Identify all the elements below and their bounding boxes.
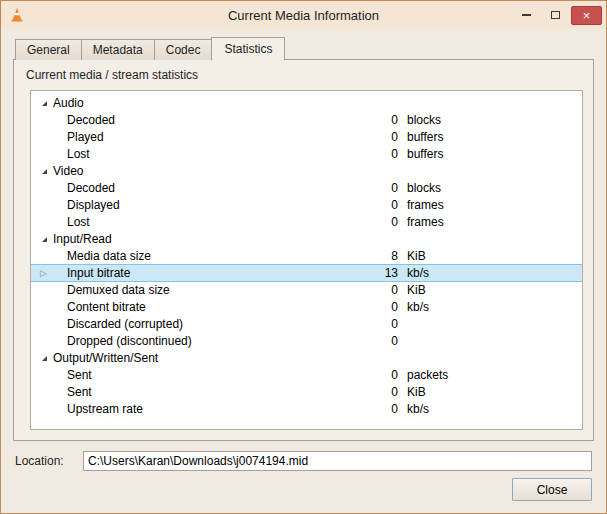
tree-row-value: 0 [326,112,398,128]
tree-item-row[interactable]: Sent0KiB [31,384,582,401]
tree-row-label: Upstream rate [67,401,143,417]
tree-row-unit: KiB [407,282,426,298]
tree-row-label: Lost [67,146,90,162]
tree-row-label: Sent [67,367,92,383]
tree-row-label: Played [67,129,104,145]
tree-row-unit: buffers [407,129,443,145]
tree-row-label: Input/Read [53,231,112,247]
tree-group-row[interactable]: Video [31,163,582,180]
tree-row-value: 0 [326,146,398,162]
tree-item-row[interactable]: Sent0packets [31,367,582,384]
tree-row-value: 0 [326,282,398,298]
expanded-triangle-icon[interactable] [42,101,47,106]
location-label: Location: [15,454,83,468]
tree-row-unit: KiB [407,248,426,264]
tree-row-unit: blocks [407,112,441,128]
tree-row-value: 0 [326,180,398,196]
tree-row-value: 0 [326,316,398,332]
tree-row-value: 0 [326,333,398,349]
maximize-glyph [551,11,560,19]
statistics-subtitle: Current media / stream statistics [16,68,591,82]
tree-row-value: 0 [326,367,398,383]
tree-row-value: 0 [326,299,398,315]
tree-row-value: 8 [326,248,398,264]
tree-item-row[interactable]: Lost0frames [31,214,582,231]
minimize-icon[interactable] [513,6,540,25]
tree-row-unit: kb/s [407,265,429,281]
dialog-content: GeneralMetadataCodecStatistics Current m… [1,29,606,513]
tree-row-label: Demuxed data size [67,282,170,298]
tree-row-label: Sent [67,384,92,400]
stats-tree: AudioDecoded0blocksPlayed0buffersLost0bu… [30,90,583,430]
media-information-dialog: Current Media Information × GeneralMetad… [0,0,607,514]
statistics-tab-panel: Current media / stream statistics AudioD… [13,59,594,441]
tree-row-label: Decoded [67,112,115,128]
close-button[interactable]: Close [512,478,592,501]
tree-row-value: 0 [326,197,398,213]
minimize-glyph [522,14,531,16]
tab-bar: GeneralMetadataCodecStatistics [13,37,594,60]
tab-general[interactable]: General [15,39,82,60]
location-row: Location: [13,451,594,471]
tree-row-label: Content bitrate [67,299,146,315]
tab-metadata[interactable]: Metadata [81,39,155,60]
window-controls: × [513,6,602,25]
tree-item-row[interactable]: Played0buffers [31,129,582,146]
tree-row-value: 0 [326,401,398,417]
tree-row-value: 0 [326,214,398,230]
tree-item-row[interactable]: Displayed0frames [31,197,582,214]
tab-codec[interactable]: Codec [154,39,213,60]
tree-item-row[interactable]: Discarded (corrupted)0 [31,316,582,333]
collapsed-triangle-icon[interactable]: ▷ [40,265,47,281]
tree-item-row[interactable]: Lost0buffers [31,146,582,163]
expanded-triangle-icon[interactable] [42,356,47,361]
tree-row-unit: frames [407,214,444,230]
tree-row-unit: kb/s [407,299,429,315]
expanded-triangle-icon[interactable] [42,237,47,242]
tree-row-label: Output/Written/Sent [53,350,158,366]
tree-row-label: Audio [53,95,84,111]
vlc-cone-icon [9,7,25,23]
tree-item-row[interactable]: Dropped (discontinued)0 [31,333,582,350]
maximize-icon[interactable] [542,6,569,25]
tree-item-row[interactable]: Content bitrate0kb/s [31,299,582,316]
tree-row-unit: packets [407,367,448,383]
tree-item-row[interactable]: Decoded0blocks [31,112,582,129]
button-row: Close [13,478,594,501]
tree-item-row[interactable]: Demuxed data size0KiB [31,282,582,299]
tree-group-row[interactable]: Input/Read [31,231,582,248]
tree-row-label: Displayed [67,197,120,213]
tree-row-label: Lost [67,214,90,230]
tree-row-unit: KiB [407,384,426,400]
tree-row-value: 0 [326,129,398,145]
tree-row-value: 13 [326,265,398,281]
tree-group-row[interactable]: Output/Written/Sent [31,350,582,367]
close-window-icon[interactable]: × [571,6,602,25]
expanded-triangle-icon[interactable] [42,169,47,174]
titlebar[interactable]: Current Media Information × [1,1,606,29]
tree-row-label: Media data size [67,248,151,264]
tree-item-row[interactable]: Upstream rate0kb/s [31,401,582,418]
tree-row-label: Dropped (discontinued) [67,333,192,349]
tree-row-unit: kb/s [407,401,429,417]
location-input[interactable] [83,451,592,471]
tree-row-label: Decoded [67,180,115,196]
tree-row-label: Discarded (corrupted) [67,316,183,332]
tree-group-row[interactable]: Audio [31,95,582,112]
tab-statistics[interactable]: Statistics [211,37,285,61]
tree-row-unit: blocks [407,180,441,196]
tree-row-label: Video [53,163,83,179]
tree-item-row[interactable]: Media data size8KiB [31,248,582,265]
tree-item-row[interactable]: Decoded0blocks [31,180,582,197]
tree-row-label: Input bitrate [67,265,130,281]
tree-item-row[interactable]: ▷Input bitrate13kb/s [31,264,582,282]
tree-row-value: 0 [326,384,398,400]
tree-row-unit: buffers [407,146,443,162]
tree-row-unit: frames [407,197,444,213]
